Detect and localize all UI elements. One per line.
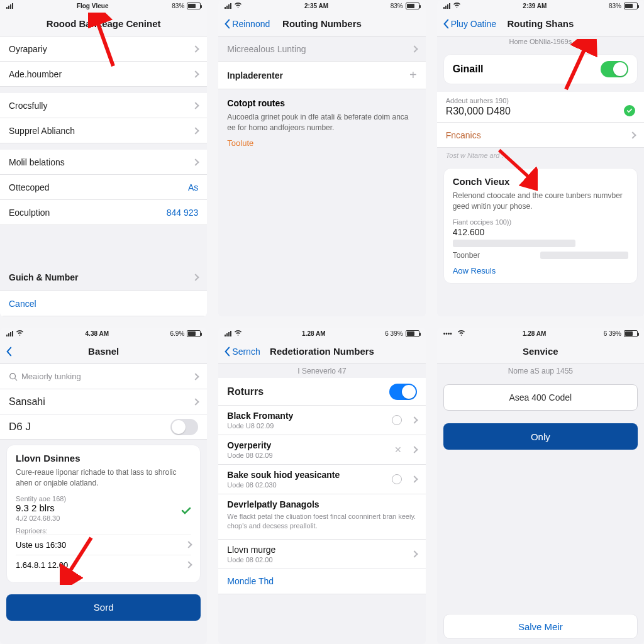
nav-bar: Senvice xyxy=(437,339,644,364)
chevron-left-icon xyxy=(223,19,231,29)
redacted-line xyxy=(453,240,576,247)
back-button[interactable]: Sernch xyxy=(223,347,260,357)
roturrs-toggle-row[interactable]: Roturrs xyxy=(218,378,425,406)
list-item[interactable]: Bake souk hiod yeasicante Uode 08 02.030 xyxy=(218,465,425,494)
card-title: Conch Vieux xyxy=(453,176,628,187)
conch-card: Conch Vieux Relenond ctoocate and the co… xyxy=(443,168,638,284)
mondle-link[interactable]: Mondle Thd xyxy=(218,569,425,594)
llovn-card: Llovn Dsinnes Cure-reaue liponar richade… xyxy=(6,445,201,583)
wifi-icon xyxy=(234,2,242,9)
row-supprel[interactable]: Supprel Ablianch xyxy=(0,118,207,143)
nav-bar: Sernch Redetioration Numbers xyxy=(218,339,425,364)
row-d6j[interactable]: D6 J xyxy=(0,414,207,440)
aow-results-link[interactable]: Aow Resuls xyxy=(453,266,628,275)
code-input[interactable]: Asea 400 Codel xyxy=(443,384,638,411)
signal-icon xyxy=(225,3,231,9)
roturrs-toggle[interactable] xyxy=(389,384,417,400)
signal-icon xyxy=(6,3,13,9)
plus-icon: + xyxy=(409,68,417,82)
row-rep2[interactable]: 1.64.8.1 12.00 xyxy=(16,555,191,575)
status-time: 1.28 AM xyxy=(302,330,325,337)
check-icon xyxy=(181,506,191,518)
nav-bar: Roood Bankeage Ceninet xyxy=(0,11,207,36)
status-time: 2:35 AM xyxy=(304,3,328,9)
page-title: Roood Bankeage Ceninet xyxy=(0,18,207,29)
screen-1: Flog Vleue 83% Roood Bankeage Ceninet Oy… xyxy=(0,0,207,316)
battery-icon xyxy=(624,330,638,337)
screen-3: 2:39 AM 83% Pluy Oatine Routing Shans Ho… xyxy=(437,0,644,316)
status-bar: 2:35 AM 83% xyxy=(218,0,425,11)
chevron-right-icon xyxy=(411,550,418,557)
row-micreealous[interactable]: Micreealous Lunting xyxy=(218,36,425,62)
wifi-icon xyxy=(453,2,461,9)
row-fncanics[interactable]: Fncanics xyxy=(437,123,644,148)
list-item[interactable]: Oyerperity Uode 08 02.09 ✕ xyxy=(218,435,425,465)
search-input[interactable]: Meaiorly tunking xyxy=(9,372,81,381)
row-eoculption[interactable]: Eoculption844 923 xyxy=(0,200,207,225)
status-time: 2:39 AM xyxy=(523,3,547,9)
circle-icon xyxy=(392,474,402,484)
subtitle: I Seneverlo 47 xyxy=(218,364,425,378)
search-row[interactable]: Meaiorly tunking xyxy=(0,364,207,389)
nav-bar: Reinnond Routing Numbers xyxy=(218,11,425,36)
row-ottecoped[interactable]: OttecopedAs xyxy=(0,175,207,200)
x-icon: ✕ xyxy=(394,445,402,455)
card-body: Cure-reaue liponar richade to that lass … xyxy=(16,467,191,489)
row-sansahi[interactable]: Sansahi xyxy=(0,389,207,414)
row-adehoumber[interactable]: Ade.houmber xyxy=(0,62,207,87)
redacted-line xyxy=(540,252,628,259)
status-bar: Flog Vleue 83% xyxy=(0,0,207,11)
status-bar: 1.28 AM 6 39% xyxy=(218,328,425,339)
chevron-right-icon xyxy=(192,158,199,165)
page-title: Basnel xyxy=(0,346,207,357)
toggle-label: Ginaill xyxy=(453,64,601,75)
sord-button[interactable]: Sord xyxy=(6,594,201,621)
chevron-right-icon xyxy=(411,416,418,423)
battery-icon xyxy=(187,3,201,9)
dev-section: Devrlelpatly Banagols We flackt petal th… xyxy=(218,494,425,540)
chevron-right-icon xyxy=(411,446,418,453)
chevron-right-icon xyxy=(192,127,199,134)
toolute-link[interactable]: Toolute xyxy=(227,138,416,148)
d6j-toggle[interactable] xyxy=(170,419,198,435)
wifi-icon xyxy=(457,330,465,337)
row-inpladerenter[interactable]: Inpladerenter+ xyxy=(218,62,425,89)
row-crocsfully[interactable]: Crocsfully xyxy=(0,93,207,118)
chevron-right-icon xyxy=(411,475,418,482)
wifi-icon xyxy=(16,330,24,337)
back-button[interactable] xyxy=(5,347,14,357)
signal-icon xyxy=(225,330,231,336)
salve-button[interactable]: Salve Meir xyxy=(443,614,638,639)
cancel-button[interactable]: Cancel xyxy=(0,291,207,316)
row-oyrapariy[interactable]: Oyrapariy xyxy=(0,36,207,62)
screen-4: 4.38 AM 6.9% Basnel Meaiorly tunking San… xyxy=(0,328,207,644)
screen-2: 2:35 AM 83% Reinnond Routing Numbers Mic… xyxy=(218,0,425,316)
chevron-right-icon xyxy=(192,398,199,405)
list-item[interactable]: Llovn murge Uode 08 02.00 xyxy=(218,540,425,569)
chevron-right-icon xyxy=(192,102,199,109)
only-button[interactable]: Only xyxy=(443,423,638,450)
list-item[interactable]: Black Fromanty Uode U8 02.09 xyxy=(218,406,425,435)
row-molil[interactable]: Molil belations xyxy=(0,150,207,175)
row-guich-number[interactable]: Guich & Number xyxy=(0,264,207,291)
content-body: Aucoedla grinet pouk in dfe atali & befe… xyxy=(227,112,416,133)
breadcrumb: Home ObNlia-1969s xyxy=(437,36,644,49)
chevron-right-icon xyxy=(629,131,636,138)
ginaill-toggle[interactable] xyxy=(601,61,628,77)
chevron-right-icon xyxy=(186,561,192,568)
row-rep1[interactable]: Uste us 16:30 xyxy=(16,535,191,555)
chevron-right-icon xyxy=(192,373,199,380)
screen-6: •••• 1.28 AM 6 39% Senvice Nome aS aup 1… xyxy=(437,328,644,644)
screen-5: 1.28 AM 6 39% Sernch Redetioration Numbe… xyxy=(218,328,425,644)
battery-icon xyxy=(406,3,419,9)
subtitle: Nome aS aup 1455 xyxy=(437,364,644,378)
row-addeut[interactable]: Addeut aurhers 190) R30,000 D480 xyxy=(437,92,644,123)
card-title: Llovn Dsinnes xyxy=(16,453,191,464)
page-title: Senvice xyxy=(437,346,644,357)
nav-bar: Pluy Oatine Routing Shans xyxy=(437,11,644,36)
back-button[interactable]: Pluy Oatine xyxy=(442,19,496,29)
chevron-right-icon xyxy=(192,70,199,77)
battery-icon xyxy=(406,330,419,337)
signal-icon xyxy=(443,3,450,9)
back-button[interactable]: Reinnond xyxy=(223,19,270,29)
